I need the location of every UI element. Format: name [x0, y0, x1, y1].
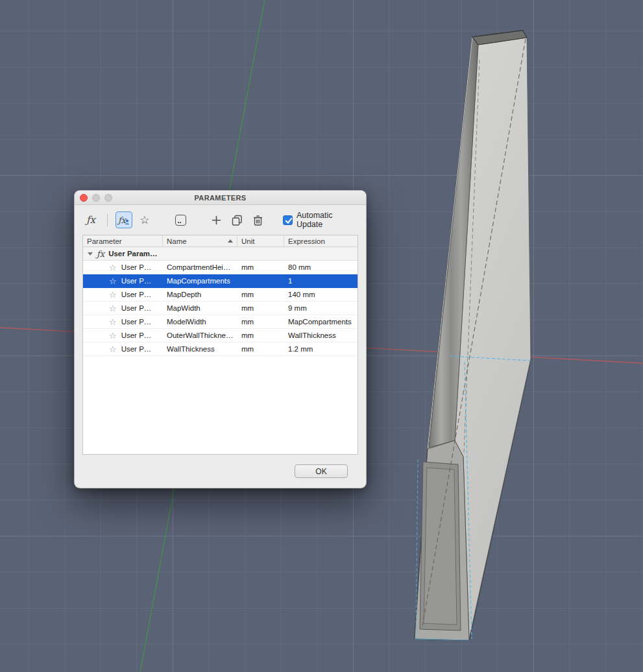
row-name[interactable]: WallThickness: [163, 342, 237, 355]
favorite-star-icon[interactable]: ☆: [109, 263, 117, 272]
row-name[interactable]: MapCompartments: [163, 274, 237, 287]
model-parameters-button[interactable]: ƒx: [82, 211, 99, 228]
row-expression[interactable]: WallThickness: [284, 329, 358, 342]
parameter-row[interactable]: ☆ User P… MapWidth mm 9 mm: [83, 302, 358, 315]
favorite-star-icon[interactable]: ☆: [109, 291, 117, 299]
automatic-update-checkbox[interactable]: [283, 215, 292, 225]
table-header: Parameter Name Unit Expression: [83, 235, 358, 247]
delete-parameter-button[interactable]: [249, 211, 266, 228]
sort-ascending-icon: [228, 239, 233, 243]
unit-box-icon: [175, 215, 186, 226]
column-header-name[interactable]: Name: [163, 235, 237, 246]
row-parameter-cell: ☆ User P…: [83, 315, 163, 328]
copy-parameter-button[interactable]: [228, 211, 245, 228]
parameter-row[interactable]: ☆ User P… OuterWallThickne… mm WallThick…: [83, 329, 358, 342]
favorite-star-icon[interactable]: ☆: [109, 331, 117, 340]
row-parameter-cell: ☆ User P…: [83, 288, 163, 301]
row-unit[interactable]: mm: [237, 261, 284, 274]
minimize-button[interactable]: [92, 194, 100, 202]
row-name[interactable]: MapWidth: [163, 302, 237, 315]
dialog-footer: OK: [295, 464, 348, 478]
row-parameter-cell: ☆ User P…: [83, 342, 163, 355]
trash-icon: [253, 215, 263, 226]
row-unit[interactable]: [237, 274, 284, 287]
group-label: User Param…: [108, 250, 157, 258]
ok-button[interactable]: OK: [295, 464, 348, 478]
row-parameter-cell: ☆ User P…: [83, 302, 163, 315]
automatic-update-label: Automatic Update: [297, 211, 358, 229]
column-header-expression[interactable]: Expression: [284, 235, 358, 246]
parameter-row[interactable]: ☆ User P… CompartmentHei… mm 80 mm: [83, 261, 358, 274]
row-expression[interactable]: 9 mm: [284, 302, 358, 315]
parameters-dialog: PARAMETERS ƒx ƒx ☆: [74, 190, 367, 488]
row-unit[interactable]: mm: [237, 288, 284, 301]
column-header-unit[interactable]: Unit: [237, 235, 284, 246]
3d-model-body[interactable]: [415, 30, 531, 640]
row-parameter: User P…: [121, 318, 152, 326]
row-expression[interactable]: 1: [284, 274, 358, 287]
user-parameters-group-row[interactable]: ƒx User Param…: [83, 247, 358, 261]
parameter-row[interactable]: ☆ User P… ModelWidth mm MapCompartments: [83, 315, 358, 329]
row-expression[interactable]: MapCompartments: [284, 315, 358, 328]
parameters-table: Parameter Name Unit Expression ƒx User P…: [82, 235, 358, 455]
row-parameter-cell: ☆ User P…: [83, 274, 163, 287]
collapse-chevron-icon[interactable]: [88, 252, 93, 256]
favorites-filter-button[interactable]: ☆: [136, 211, 153, 228]
row-name[interactable]: CompartmentHei…: [163, 261, 237, 274]
parameter-row[interactable]: ☆ User P… MapDepth mm 140 mm: [83, 288, 358, 302]
favorite-star-icon[interactable]: ☆: [109, 318, 117, 326]
close-button[interactable]: [80, 194, 88, 202]
row-unit[interactable]: mm: [237, 302, 284, 315]
row-expression[interactable]: 140 mm: [284, 288, 358, 301]
row-parameter: User P…: [121, 277, 152, 285]
row-parameter-cell: ☆ User P…: [83, 261, 163, 274]
row-unit[interactable]: mm: [237, 329, 284, 342]
row-parameter: User P…: [121, 331, 152, 339]
table-empty-area: [83, 356, 358, 455]
favorite-star-icon[interactable]: ☆: [109, 277, 117, 285]
column-header-parameter[interactable]: Parameter: [83, 235, 163, 246]
row-unit[interactable]: mm: [237, 342, 284, 355]
fx-group-icon: ƒx: [97, 249, 104, 259]
automatic-update-control: Automatic Update: [283, 211, 358, 229]
row-name[interactable]: OuterWallThickne…: [163, 329, 237, 342]
zoom-button[interactable]: [104, 194, 112, 202]
unit-display-button[interactable]: [172, 211, 189, 228]
row-parameter: User P…: [121, 263, 152, 271]
row-name[interactable]: ModelWidth: [163, 315, 237, 328]
row-name[interactable]: MapDepth: [163, 288, 237, 301]
favorite-star-icon[interactable]: ☆: [109, 345, 117, 354]
fx-icon: ƒx: [86, 214, 95, 226]
row-expression[interactable]: 80 mm: [284, 261, 358, 274]
parameter-row[interactable]: ☆ User P… MapCompartments 1: [83, 274, 358, 288]
copy-icon: [232, 215, 243, 226]
parameter-rows: ☆ User P… CompartmentHei… mm 80 mm ☆ Use…: [83, 261, 358, 356]
parameters-toolbar: ƒx ƒx ☆: [75, 205, 366, 235]
favorite-star-icon[interactable]: ☆: [109, 304, 117, 313]
row-parameter: User P…: [121, 345, 152, 353]
row-expression[interactable]: 1.2 mm: [284, 342, 358, 355]
row-unit[interactable]: mm: [237, 315, 284, 328]
user-parameters-button[interactable]: ƒx: [115, 211, 132, 228]
parameter-row[interactable]: ☆ User P… WallThickness mm 1.2 mm: [83, 342, 358, 356]
toolbar-divider: [107, 213, 108, 226]
row-parameter: User P…: [121, 291, 152, 298]
row-parameter: User P…: [121, 304, 152, 312]
plus-icon: [212, 215, 221, 225]
row-parameter-cell: ☆ User P…: [83, 329, 163, 342]
dialog-title: PARAMETERS: [75, 194, 366, 202]
user-badge-icon: [125, 219, 130, 224]
add-parameter-button[interactable]: [208, 211, 224, 228]
dialog-titlebar[interactable]: PARAMETERS: [75, 191, 366, 205]
favorites-star-icon: ☆: [140, 215, 149, 226]
